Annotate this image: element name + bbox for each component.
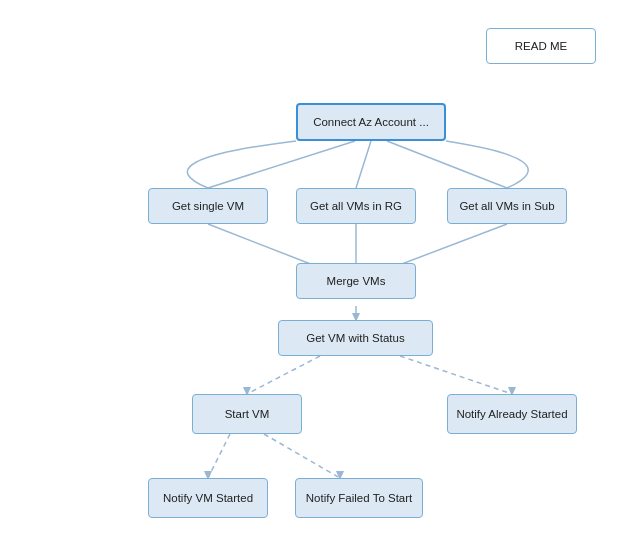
merge-vms-node[interactable]: Merge VMs: [296, 263, 416, 299]
notify-failed-node[interactable]: Notify Failed To Start: [295, 478, 423, 518]
svg-line-10: [264, 434, 340, 478]
get-single-vm-node[interactable]: Get single VM: [148, 188, 268, 224]
notify-vm-started-node[interactable]: Notify VM Started: [148, 478, 268, 518]
readme-label: READ ME: [515, 39, 567, 54]
svg-line-7: [247, 356, 320, 394]
connect-az-node[interactable]: Connect Az Account ...: [296, 103, 446, 141]
svg-line-2: [387, 141, 507, 188]
get-vm-status-node[interactable]: Get VM with Status: [278, 320, 433, 356]
get-all-vms-rg-node[interactable]: Get all VMs in RG: [296, 188, 416, 224]
flowchart-canvas: READ ME Connect Az Account ... Get singl…: [0, 0, 636, 549]
svg-line-9: [208, 434, 230, 478]
readme-node[interactable]: READ ME: [486, 28, 596, 64]
connect-az-label: Connect Az Account ...: [313, 115, 429, 130]
get-single-vm-label: Get single VM: [172, 199, 244, 214]
svg-line-0: [208, 141, 355, 188]
start-vm-node[interactable]: Start VM: [192, 394, 302, 434]
notify-vm-started-label: Notify VM Started: [163, 491, 253, 506]
get-all-rg-label: Get all VMs in RG: [310, 199, 402, 214]
svg-line-1: [356, 141, 371, 188]
notify-already-started-label: Notify Already Started: [456, 407, 567, 422]
get-all-sub-label: Get all VMs in Sub: [459, 199, 554, 214]
notify-already-started-node[interactable]: Notify Already Started: [447, 394, 577, 434]
get-vm-status-label: Get VM with Status: [306, 331, 404, 346]
svg-line-8: [400, 356, 512, 394]
merge-vms-label: Merge VMs: [327, 274, 386, 289]
start-vm-label: Start VM: [225, 407, 270, 422]
get-all-vms-sub-node[interactable]: Get all VMs in Sub: [447, 188, 567, 224]
notify-failed-label: Notify Failed To Start: [306, 491, 413, 506]
